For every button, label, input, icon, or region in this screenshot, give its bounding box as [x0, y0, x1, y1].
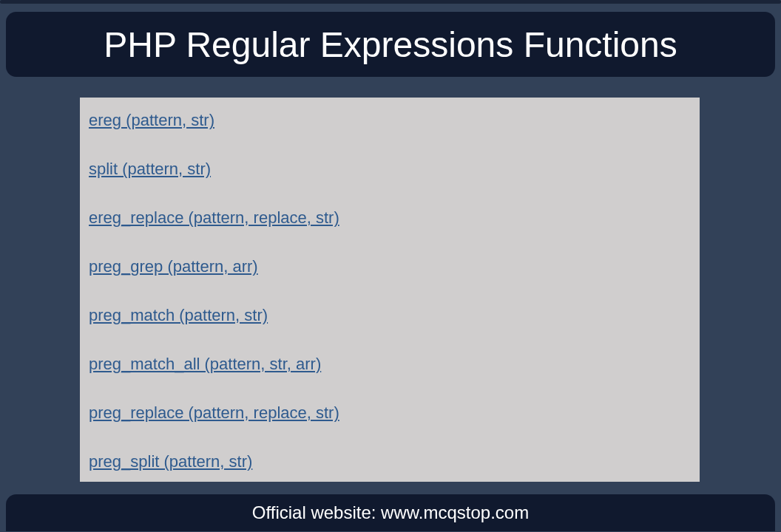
function-link-preg-replace[interactable]: preg_replace (pattern, replace, str) — [89, 403, 691, 423]
function-link-preg-match[interactable]: preg_match (pattern, str) — [89, 306, 691, 325]
function-link-split[interactable]: split (pattern, str) — [89, 160, 691, 179]
content-panel: ereg (pattern, str) split (pattern, str)… — [80, 98, 700, 482]
function-link-preg-match-all[interactable]: preg_match_all (pattern, str, arr) — [89, 355, 691, 374]
footer-bar: Official website: www.mcqstop.com — [6, 494, 775, 531]
title-bar: PHP Regular Expressions Functions — [6, 12, 775, 77]
function-link-preg-grep[interactable]: preg_grep (pattern, arr) — [89, 257, 691, 276]
function-link-ereg[interactable]: ereg (pattern, str) — [89, 111, 691, 130]
function-link-ereg-replace[interactable]: ereg_replace (pattern, replace, str) — [89, 208, 691, 228]
footer-text: Official website: www.mcqstop.com — [252, 502, 529, 523]
page-title: PHP Regular Expressions Functions — [104, 24, 677, 65]
top-border-strip — [0, 0, 781, 4]
function-link-preg-split[interactable]: preg_split (pattern, str) — [89, 452, 691, 471]
